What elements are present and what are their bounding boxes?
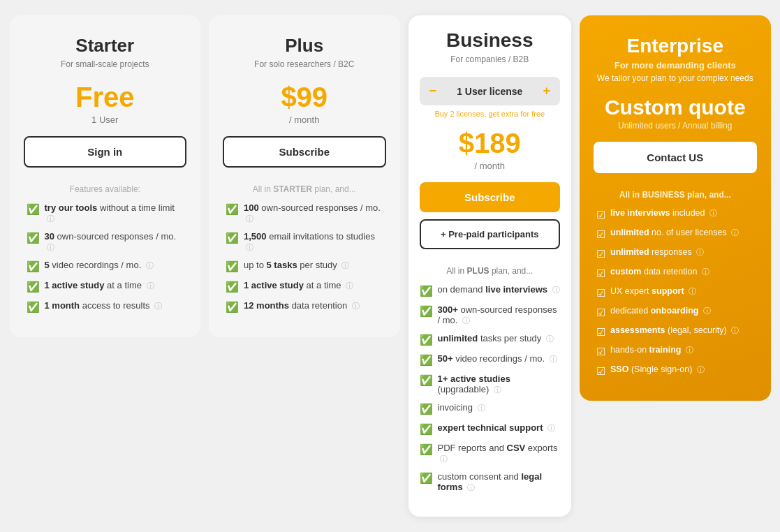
info-icon[interactable]: ⓘ (686, 346, 693, 354)
plus-plan-subtitle: For solo researchers / B2C (223, 59, 386, 69)
info-icon[interactable]: ⓘ (346, 281, 353, 290)
list-item: ✅ up to 5 tasks per study ⓘ (226, 260, 383, 273)
info-icon[interactable]: ⓘ (246, 243, 253, 251)
info-icon[interactable]: ⓘ (689, 287, 696, 295)
info-icon[interactable]: ⓘ (462, 316, 470, 325)
info-icon[interactable]: ⓘ (246, 214, 253, 223)
feature-text: 300+ own-sourced responses / mo. ⓘ (438, 304, 561, 326)
list-item: ☑ dedicated onboarding ⓘ (596, 306, 754, 319)
business-features: All in PLUS plan, and... ✅ on demand liv… (409, 266, 572, 493)
info-icon[interactable]: ⓘ (703, 306, 711, 315)
list-item: ☑ UX expert support ⓘ (596, 286, 754, 300)
check-icon: ☑ (596, 248, 605, 260)
check-icon: ✅ (226, 301, 239, 313)
decrease-license-button[interactable]: − (429, 84, 437, 98)
check-icon: ✅ (27, 301, 40, 313)
starter-price-unit: 1 User (24, 114, 187, 125)
check-icon: ☑ (596, 267, 605, 280)
business-subscribe-button[interactable]: Subscribe (420, 182, 561, 212)
check-icon: ☑ (596, 346, 605, 358)
list-item: ✅ 1 active study at a time ⓘ (27, 280, 184, 293)
info-icon[interactable]: ⓘ (547, 424, 555, 432)
info-icon[interactable]: ⓘ (550, 355, 557, 363)
list-item: ☑ SSO (Single sign-on) ⓘ (596, 364, 754, 378)
check-icon: ✅ (27, 260, 40, 273)
check-icon: ☑ (596, 228, 605, 241)
check-icon: ✅ (226, 203, 239, 216)
feature-text: 1,500 email invitations to studies ⓘ (244, 231, 383, 253)
list-item: ✅ PDF reports and CSV exports ⓘ (420, 443, 561, 464)
info-icon[interactable]: ⓘ (546, 334, 554, 343)
check-icon: ✅ (27, 203, 40, 216)
plus-features-list: ✅ 100 own-sourced responses / mo. ⓘ ✅ 1,… (223, 202, 386, 313)
list-item: ✅ 5 video recordings / mo. ⓘ (27, 260, 184, 273)
user-license-label: 1 User license (457, 86, 522, 97)
info-icon[interactable]: ⓘ (478, 404, 485, 412)
info-icon[interactable]: ⓘ (146, 261, 154, 269)
list-item: ☑ live interviews included ⓘ (596, 208, 754, 221)
list-item: ☑ custom data retention ⓘ (596, 267, 754, 280)
list-item: ✅ 50+ video recordings / mo. ⓘ (420, 353, 561, 367)
business-prepaid-button[interactable]: + Pre-paid participants (420, 219, 561, 249)
info-icon[interactable]: ⓘ (147, 281, 154, 290)
info-icon[interactable]: ⓘ (709, 209, 717, 217)
info-icon[interactable]: ⓘ (341, 261, 349, 269)
increase-license-button[interactable]: + (543, 84, 550, 98)
feature-text: 100 own-sourced responses / mo. ⓘ (244, 202, 383, 224)
info-icon[interactable]: ⓘ (47, 214, 54, 223)
user-license-row: − 1 User license + (420, 77, 561, 105)
list-item: ✅ invoicing ⓘ (420, 402, 561, 415)
enterprise-plan-name: Enterprise (594, 35, 757, 57)
check-icon: ☑ (596, 209, 605, 221)
feature-text: 1+ active studies (upgradable) ⓘ (438, 374, 561, 395)
list-item: ✅ 12 months data retention ⓘ (226, 300, 383, 313)
info-icon[interactable]: ⓘ (352, 302, 360, 310)
list-item: ✅ expert technical support ⓘ (420, 422, 561, 436)
feature-text: assessments (legal, security) ⓘ (610, 325, 739, 336)
check-icon: ✅ (420, 354, 433, 367)
feature-text: unlimited responses ⓘ (610, 247, 704, 258)
business-card: Business For companies / B2B − 1 User li… (409, 15, 572, 517)
plus-cta-button[interactable]: Subscribe (223, 136, 386, 168)
list-item: ☑ unlimited responses ⓘ (596, 247, 754, 260)
info-icon[interactable]: ⓘ (552, 286, 560, 294)
info-icon[interactable]: ⓘ (467, 483, 475, 492)
list-item: ✅ 300+ own-sourced responses / mo. ⓘ (420, 304, 561, 326)
plus-price-period: / month (223, 114, 386, 125)
feature-text: unlimited no. of user licenses ⓘ (610, 228, 739, 238)
starter-plan-subtitle: For small-scale projects (24, 59, 187, 69)
check-icon: ☑ (596, 306, 605, 319)
check-icon: ✅ (226, 281, 239, 293)
feature-text: 5 video recordings / mo. ⓘ (45, 260, 154, 271)
enterprise-subtitle2: We tailor your plan to your complex need… (594, 73, 757, 83)
list-item: ✅ 1,500 email invitations to studies ⓘ (226, 231, 383, 253)
starter-cta-button[interactable]: Sign in (24, 136, 187, 168)
list-item: ☑ hands-on training ⓘ (596, 345, 754, 358)
enterprise-cta-button[interactable]: Contact US (594, 142, 757, 173)
info-icon[interactable]: ⓘ (440, 455, 448, 463)
info-icon[interactable]: ⓘ (731, 228, 739, 237)
check-icon: ✅ (420, 285, 433, 297)
check-icon: ✅ (420, 403, 433, 415)
info-icon[interactable]: ⓘ (47, 243, 54, 251)
business-price-period: / month (420, 161, 561, 171)
info-icon[interactable]: ⓘ (696, 248, 704, 256)
list-item: ☑ assessments (legal, security) ⓘ (596, 325, 754, 339)
info-icon[interactable]: ⓘ (494, 385, 501, 394)
pricing-container: Starter For small-scale projects Free 1 … (10, 15, 771, 517)
plus-plan-name: Plus (223, 35, 386, 57)
check-icon: ☑ (596, 326, 605, 339)
info-icon[interactable]: ⓘ (731, 326, 739, 334)
feature-text: 30 own-sourced responses / mo. ⓘ (45, 231, 184, 253)
info-icon[interactable]: ⓘ (154, 302, 162, 310)
starter-features-list: ✅ try our tools without a time limit ⓘ ✅… (24, 202, 187, 313)
enterprise-price: Custom quote (594, 96, 757, 119)
info-icon[interactable]: ⓘ (697, 365, 705, 374)
plus-card: Plus For solo researchers / B2C $99 / mo… (209, 15, 400, 337)
enterprise-card: Enterprise For more demanding clients We… (580, 15, 771, 401)
feature-text: UX expert support ⓘ (610, 286, 696, 297)
check-icon: ☑ (596, 287, 605, 300)
business-pricing: $189 / month Subscribe + Pre-paid partic… (409, 128, 572, 249)
info-icon[interactable]: ⓘ (702, 267, 709, 276)
feature-text: try our tools without a time limit ⓘ (45, 202, 184, 224)
